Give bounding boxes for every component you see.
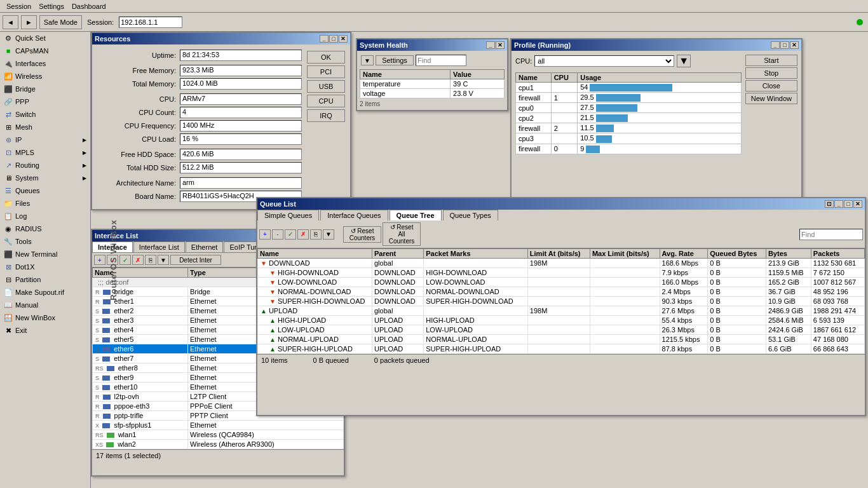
profile-start-btn[interactable]: Start [745,55,797,66]
sidebar-item-make-supout[interactable]: 📄 Make Supout.rif [0,286,90,299]
cpu-freq-value: 1400 MHz [180,120,302,132]
queue-row-bytes: 6.6 GiB [766,344,811,354]
sidebar-item-radius[interactable]: ◉ RADIUS [0,222,90,235]
iface-detect-btn[interactable]: Detect Inter [170,255,221,265]
health-filter-btn[interactable]: ▼ [361,55,374,65]
queue-row[interactable]: ▲LOW-UPLOAD UPLOAD LOW-UPLOAD 26.3 Mbps … [258,325,865,335]
tab-simple-queues[interactable]: Simple Queues [257,210,319,220]
sidebar-item-capsman[interactable]: ■ CAPsMAN [0,44,90,57]
sidebar-item-interfaces[interactable]: 🔌 Interfaces [0,57,90,70]
profile-dropdown-icon[interactable]: ▼ [677,55,691,67]
sidebar-item-ip[interactable]: ⊛ IP ▶ [0,133,90,146]
queue-row[interactable]: ▲HIGH-UPLOAD UPLOAD HIGH-UPLOAD 55.4 kbp… [258,316,865,325]
sidebar-item-partition[interactable]: ⊟ Partition [0,273,90,286]
iface-check-btn[interactable]: ✓ [119,255,131,265]
profile-maximize[interactable]: □ [780,41,789,49]
queue-row[interactable]: ▼DOWNLOAD global 198M 168.6 Mbps 0 B 213… [258,259,865,268]
health-settings-btn[interactable]: Settings [376,55,414,65]
queue-row[interactable]: ▼HIGH-DOWNLOAD DOWNLOAD HIGH-DOWNLOAD 7.… [258,268,865,278]
profile-close-btn[interactable]: Close [745,80,797,92]
sidebar-item-new-winbox[interactable]: 🪟 New WinBox [0,311,90,324]
profile-minimize[interactable]: _ [771,41,780,49]
tab-queue-tree[interactable]: Queue Tree [390,210,442,220]
queue-row[interactable]: ▼NORMAL-DOWNLOAD DOWNLOAD NORMAL-DOWNLOA… [258,287,865,297]
queue-copy-btn[interactable]: ⎘ [310,229,322,240]
queue-x-btn[interactable]: ✗ [297,229,309,240]
arch-value: arm [180,177,302,189]
health-minimize[interactable]: _ [486,41,495,49]
cpu-button[interactable]: CPU [307,95,345,107]
reset-counters-btn[interactable]: ↺ Reset Counters [343,226,381,243]
sidebar-item-routing[interactable]: ↗ Routing ▶ [0,159,90,172]
sidebar-item-new-terminal[interactable]: ⬛ New Terminal [0,248,90,261]
irq-button[interactable]: IRQ [307,109,345,122]
sidebar-item-mpls[interactable]: ⊡ MPLS ▶ [0,146,90,159]
sidebar-item-ppp[interactable]: 🔗 PPP [0,95,90,108]
queue-search[interactable] [799,229,863,240]
sidebar-item-quick-set[interactable]: ⚙ Quick Set [0,32,90,44]
sidebar-item-switch[interactable]: ⇄ Switch [0,108,90,121]
tab-interface-queues[interactable]: Interface Queues [320,210,388,220]
queue-filter-btn[interactable]: ▼ [323,229,334,240]
profile-stop-btn[interactable]: Stop [745,67,797,79]
sidebar-item-log[interactable]: 📋 Log [0,210,90,222]
queue-minimize[interactable]: _ [834,200,843,208]
queue-row[interactable]: ▲NORMAL-UPLOAD UPLOAD NORMAL-UPLOAD 1215… [258,335,865,344]
ip-icon: ⊛ [4,135,13,144]
profile-new-window-btn[interactable]: New Window [745,93,797,104]
sidebar-item-dot1x[interactable]: ⊠ Dot1X [0,261,90,273]
tab-interface-list[interactable]: Interface List [133,241,185,252]
session-input[interactable] [119,17,182,28]
queue-row[interactable]: ▲SUPER-HIGH-UPLOAD UPLOAD SUPER-HIGH-UPL… [258,344,865,354]
queue-col-parent: Parent [372,249,424,259]
health-search[interactable] [416,55,466,66]
tab-ethernet[interactable]: Ethernet [186,241,224,252]
sidebar-item-wireless[interactable]: 📶 Wireless [0,70,90,83]
queue-check-btn[interactable]: ✓ [285,229,296,240]
sidebar-item-files[interactable]: 📁 Files [0,197,90,210]
iface-row[interactable]: XS wlan2 Wireless (Atheros AR9300) [93,440,344,449]
resources-title: Resources [95,35,319,43]
sidebar-item-manual[interactable]: 📖 Manual [0,299,90,311]
usb-button[interactable]: USB [307,80,345,93]
sidebar-item-tools[interactable]: 🔧 Tools [0,235,90,248]
tab-queue-types[interactable]: Queue Types [443,210,498,220]
queue-row[interactable]: ▼SUPER-HIGH-DOWNLOAD DOWNLOAD SUPER-HIGH… [258,297,865,306]
iface-row-name: R bridge [93,287,188,297]
total-hdd-value: 512.2 MiB [180,162,302,173]
resources-minimize[interactable]: _ [320,35,329,43]
iface-filter-btn[interactable]: ▼ [158,255,169,265]
menu-session[interactable]: Session [3,2,35,11]
resources-maximize[interactable]: □ [329,35,338,43]
sidebar-item-queues[interactable]: ☰ Queues [0,184,90,197]
queue-maximize[interactable]: □ [844,200,853,208]
iface-add-btn[interactable]: + [94,255,105,265]
queue-row[interactable]: ▼LOW-DOWNLOAD DOWNLOAD LOW-DOWNLOAD 166.… [258,278,865,287]
iface-copy-btn[interactable]: ⎘ [145,255,156,265]
menu-settings[interactable]: Settings [35,2,68,11]
iface-row[interactable]: RS wlan1 Wireless (QCA9984) [93,430,344,440]
sidebar-item-exit[interactable]: ✖ Exit [0,324,90,337]
health-close[interactable]: ✕ [496,41,505,49]
menu-dashboard[interactable]: Dashboard [68,2,110,11]
queue-row[interactable]: ▲UPLOAD global 198M 27.6 Mbps 0 B 2486.9… [258,306,865,316]
resources-close[interactable]: ✕ [339,35,348,43]
pci-button[interactable]: PCI [307,65,345,78]
profile-cpu-select[interactable]: all [534,55,674,67]
iface-row[interactable]: X sfp-sfpplus1 Ethernet [93,421,344,430]
sidebar-item-bridge[interactable]: ⬛ Bridge [0,83,90,95]
profile-close[interactable]: ✕ [790,41,799,49]
switch-icon: ⇄ [4,110,13,119]
reset-all-counters-btn[interactable]: ↺ Reset All Counters [383,222,421,246]
sidebar-item-system[interactable]: 🖥 System ▶ [0,172,90,184]
iface-x-btn[interactable]: ✗ [132,255,144,265]
queue-add-btn[interactable]: + [259,229,271,240]
queue-remove-btn[interactable]: - [272,229,283,240]
ok-button[interactable]: OK [307,51,345,64]
safe-mode-button[interactable]: Safe Mode [39,15,82,29]
back-button[interactable]: ◄ [3,15,18,29]
sidebar-item-mesh[interactable]: ⊞ Mesh [0,121,90,133]
forward-button[interactable]: ► [21,15,37,29]
queue-close[interactable]: ✕ [853,200,862,208]
queue-stretch[interactable]: ⊡ [825,200,834,208]
